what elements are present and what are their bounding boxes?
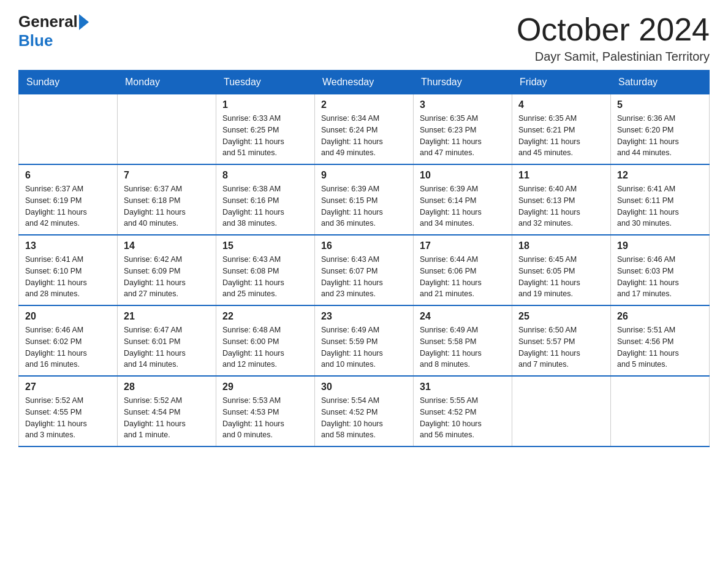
calendar-cell: 26Sunrise: 5:51 AM Sunset: 4:56 PM Dayli… (611, 305, 710, 376)
day-number: 1 (222, 99, 308, 110)
calendar-header-friday: Friday (512, 71, 611, 94)
calendar-cell: 12Sunrise: 6:41 AM Sunset: 6:11 PM Dayli… (611, 164, 710, 235)
calendar-cell: 14Sunrise: 6:42 AM Sunset: 6:09 PM Dayli… (118, 235, 216, 305)
calendar-week-row: 20Sunrise: 6:46 AM Sunset: 6:02 PM Dayli… (19, 305, 710, 376)
day-number: 8 (222, 170, 308, 181)
calendar-cell: 5Sunrise: 6:36 AM Sunset: 6:20 PM Daylig… (611, 94, 710, 165)
day-number: 26 (617, 311, 703, 322)
calendar-cell: 18Sunrise: 6:45 AM Sunset: 6:05 PM Dayli… (512, 235, 611, 305)
day-info: Sunrise: 6:37 AM Sunset: 6:19 PM Dayligh… (25, 183, 111, 229)
calendar-cell: 3Sunrise: 6:35 AM Sunset: 6:23 PM Daylig… (414, 94, 512, 165)
day-info: Sunrise: 6:33 AM Sunset: 6:25 PM Dayligh… (222, 113, 308, 159)
calendar-cell: 23Sunrise: 6:49 AM Sunset: 5:59 PM Dayli… (315, 305, 414, 376)
calendar-cell: 17Sunrise: 6:44 AM Sunset: 6:06 PM Dayli… (414, 235, 512, 305)
day-info: Sunrise: 6:49 AM Sunset: 5:59 PM Dayligh… (321, 324, 407, 370)
day-number: 9 (321, 170, 407, 181)
day-number: 30 (321, 381, 407, 393)
calendar-cell: 8Sunrise: 6:38 AM Sunset: 6:16 PM Daylig… (216, 164, 315, 235)
day-info: Sunrise: 6:45 AM Sunset: 6:05 PM Dayligh… (518, 254, 604, 300)
day-number: 11 (518, 170, 604, 181)
calendar-cell: 31Sunrise: 5:55 AM Sunset: 4:52 PM Dayli… (414, 376, 512, 446)
day-info: Sunrise: 5:51 AM Sunset: 4:56 PM Dayligh… (617, 324, 703, 370)
day-number: 3 (420, 99, 506, 110)
calendar-header-wednesday: Wednesday (315, 71, 414, 94)
calendar-cell: 13Sunrise: 6:41 AM Sunset: 6:10 PM Dayli… (19, 235, 118, 305)
day-number: 24 (420, 311, 506, 322)
calendar-cell: 6Sunrise: 6:37 AM Sunset: 6:19 PM Daylig… (19, 164, 118, 235)
calendar-cell: 11Sunrise: 6:40 AM Sunset: 6:13 PM Dayli… (512, 164, 611, 235)
day-info: Sunrise: 6:36 AM Sunset: 6:20 PM Dayligh… (617, 113, 703, 159)
calendar-cell: 20Sunrise: 6:46 AM Sunset: 6:02 PM Dayli… (19, 305, 118, 376)
calendar-cell: 28Sunrise: 5:52 AM Sunset: 4:54 PM Dayli… (118, 376, 216, 446)
day-number: 16 (321, 240, 407, 251)
calendar-week-row: 13Sunrise: 6:41 AM Sunset: 6:10 PM Dayli… (19, 235, 710, 305)
day-info: Sunrise: 6:48 AM Sunset: 6:00 PM Dayligh… (222, 324, 308, 370)
logo-blue-text: Blue (18, 31, 53, 50)
day-info: Sunrise: 6:41 AM Sunset: 6:10 PM Dayligh… (25, 254, 111, 300)
day-number: 7 (124, 170, 210, 181)
calendar-cell: 21Sunrise: 6:47 AM Sunset: 6:01 PM Dayli… (118, 305, 216, 376)
calendar-cell: 25Sunrise: 6:50 AM Sunset: 5:57 PM Dayli… (512, 305, 611, 376)
calendar-header-sunday: Sunday (19, 71, 118, 94)
calendar-cell: 2Sunrise: 6:34 AM Sunset: 6:24 PM Daylig… (315, 94, 414, 165)
day-number: 22 (222, 311, 308, 322)
day-info: Sunrise: 6:41 AM Sunset: 6:11 PM Dayligh… (617, 183, 703, 229)
calendar-cell: 27Sunrise: 5:52 AM Sunset: 4:55 PM Dayli… (19, 376, 118, 446)
day-number: 5 (617, 99, 703, 110)
day-info: Sunrise: 6:42 AM Sunset: 6:09 PM Dayligh… (124, 254, 210, 300)
day-number: 20 (25, 311, 111, 322)
logo-arrow-icon (79, 14, 89, 30)
day-number: 19 (617, 240, 703, 251)
day-number: 23 (321, 311, 407, 322)
calendar-header-thursday: Thursday (414, 71, 512, 94)
day-number: 28 (124, 381, 210, 393)
day-info: Sunrise: 6:44 AM Sunset: 6:06 PM Dayligh… (420, 254, 506, 300)
calendar-cell (19, 94, 118, 165)
day-number: 12 (617, 170, 703, 181)
calendar-table: SundayMondayTuesdayWednesdayThursdayFrid… (18, 70, 710, 447)
calendar-cell: 7Sunrise: 6:37 AM Sunset: 6:18 PM Daylig… (118, 164, 216, 235)
day-number: 15 (222, 240, 308, 251)
calendar-cell: 9Sunrise: 6:39 AM Sunset: 6:15 PM Daylig… (315, 164, 414, 235)
day-info: Sunrise: 6:37 AM Sunset: 6:18 PM Dayligh… (124, 183, 210, 229)
calendar-header-monday: Monday (118, 71, 216, 94)
day-number: 13 (25, 240, 111, 251)
calendar-cell: 29Sunrise: 5:53 AM Sunset: 4:53 PM Dayli… (216, 376, 315, 446)
day-info: Sunrise: 6:46 AM Sunset: 6:02 PM Dayligh… (25, 324, 111, 370)
day-info: Sunrise: 6:50 AM Sunset: 5:57 PM Dayligh… (518, 324, 604, 370)
day-info: Sunrise: 6:35 AM Sunset: 6:21 PM Dayligh… (518, 113, 604, 159)
calendar-cell (118, 94, 216, 165)
calendar-cell: 1Sunrise: 6:33 AM Sunset: 6:25 PM Daylig… (216, 94, 315, 165)
location-title: Dayr Samit, Palestinian Territory (517, 50, 710, 64)
day-number: 2 (321, 99, 407, 110)
day-info: Sunrise: 6:43 AM Sunset: 6:07 PM Dayligh… (321, 254, 407, 300)
calendar-header-row: SundayMondayTuesdayWednesdayThursdayFrid… (19, 71, 710, 94)
calendar-header-saturday: Saturday (611, 71, 710, 94)
day-info: Sunrise: 5:55 AM Sunset: 4:52 PM Dayligh… (420, 395, 506, 441)
calendar-cell: 4Sunrise: 6:35 AM Sunset: 6:21 PM Daylig… (512, 94, 611, 165)
day-info: Sunrise: 5:52 AM Sunset: 4:54 PM Dayligh… (124, 395, 210, 441)
logo-general-text: General (18, 12, 78, 31)
logo: General Blue (18, 12, 89, 50)
calendar-cell: 16Sunrise: 6:43 AM Sunset: 6:07 PM Dayli… (315, 235, 414, 305)
calendar-week-row: 27Sunrise: 5:52 AM Sunset: 4:55 PM Dayli… (19, 376, 710, 446)
calendar-week-row: 6Sunrise: 6:37 AM Sunset: 6:19 PM Daylig… (19, 164, 710, 235)
calendar-week-row: 1Sunrise: 6:33 AM Sunset: 6:25 PM Daylig… (19, 94, 710, 165)
calendar-cell: 15Sunrise: 6:43 AM Sunset: 6:08 PM Dayli… (216, 235, 315, 305)
day-info: Sunrise: 6:39 AM Sunset: 6:14 PM Dayligh… (420, 183, 506, 229)
day-info: Sunrise: 6:49 AM Sunset: 5:58 PM Dayligh… (420, 324, 506, 370)
day-number: 10 (420, 170, 506, 181)
day-number: 31 (420, 381, 506, 393)
calendar-header-tuesday: Tuesday (216, 71, 315, 94)
day-number: 18 (518, 240, 604, 251)
day-number: 17 (420, 240, 506, 251)
day-number: 21 (124, 311, 210, 322)
day-info: Sunrise: 6:47 AM Sunset: 6:01 PM Dayligh… (124, 324, 210, 370)
day-number: 4 (518, 99, 604, 110)
day-number: 27 (25, 381, 111, 393)
day-number: 25 (518, 311, 604, 322)
day-info: Sunrise: 5:52 AM Sunset: 4:55 PM Dayligh… (25, 395, 111, 441)
day-info: Sunrise: 5:53 AM Sunset: 4:53 PM Dayligh… (222, 395, 308, 441)
day-info: Sunrise: 5:54 AM Sunset: 4:52 PM Dayligh… (321, 395, 407, 441)
calendar-cell: 24Sunrise: 6:49 AM Sunset: 5:58 PM Dayli… (414, 305, 512, 376)
